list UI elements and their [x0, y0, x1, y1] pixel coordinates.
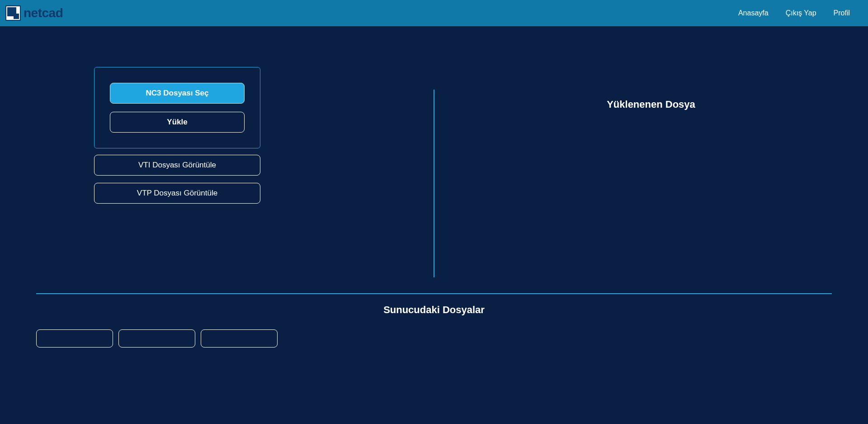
upload-box: NC3 Dosyası Seç Yükle: [94, 67, 260, 148]
view-vtp-file-button[interactable]: VTP Dosyası Görüntüle: [94, 183, 260, 204]
bottom-section: Sunucudaki Dosyalar: [0, 293, 868, 348]
logo-text: netcad: [24, 6, 63, 20]
server-files-title: Sunucudaki Dosyalar: [36, 304, 832, 316]
netcad-logo-icon: [5, 5, 21, 21]
vertical-divider: [434, 90, 434, 277]
server-files-button-row: [36, 329, 832, 348]
right-column: Yüklenenen Dosya: [434, 67, 868, 243]
server-file-item[interactable]: [36, 329, 113, 348]
nav-home[interactable]: Anasayfa: [738, 9, 769, 17]
upload-button[interactable]: Yükle: [110, 112, 245, 133]
uploaded-file-title: Yüklenenen Dosya: [434, 99, 868, 110]
select-nc3-file-button[interactable]: NC3 Dosyası Seç: [110, 83, 245, 104]
nav-profile[interactable]: Profil: [834, 9, 850, 17]
horizontal-divider: [36, 293, 832, 294]
server-file-item[interactable]: [118, 329, 195, 348]
header-bar: netcad Anasayfa Çıkış Yap Profil: [0, 0, 868, 26]
left-column: NC3 Dosyası Seç Yükle VTI Dosyası Görünt…: [0, 67, 434, 243]
view-vti-file-button[interactable]: VTI Dosyası Görüntüle: [94, 155, 260, 176]
nav-logout[interactable]: Çıkış Yap: [786, 9, 816, 17]
nav-links: Anasayfa Çıkış Yap Profil: [738, 9, 863, 17]
server-file-item[interactable]: [201, 329, 278, 348]
logo[interactable]: netcad: [5, 5, 63, 21]
main-area: NC3 Dosyası Seç Yükle VTI Dosyası Görünt…: [0, 26, 868, 262]
